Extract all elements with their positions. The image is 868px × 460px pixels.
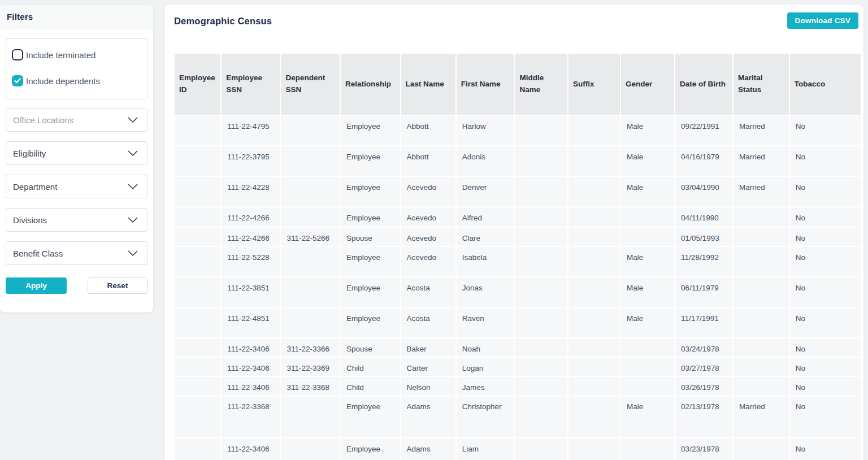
table-cell: Adonis [457,146,514,176]
table-cell [621,377,674,395]
table-cell: Employee [341,177,400,206]
table-cell: No [790,228,861,246]
reset-button[interactable]: Reset [88,277,147,294]
table-cell: 06/11/1979 [675,277,732,307]
table-cell [175,177,220,206]
table-cell [568,339,620,357]
table-cell: Isabela [457,247,514,276]
office-locations-dropdown[interactable]: Office Locations [6,108,147,132]
table-cell [734,277,789,307]
filters-heading: Filters [7,12,33,21]
table-cell: 111-22-3406 [222,377,280,395]
table-cell: 03/27/1978 [675,358,732,376]
table-cell [175,207,220,227]
table-cell: Nelson [401,377,455,395]
chevron-down-icon [128,117,138,123]
table-cell: 03/24/1978 [675,339,732,357]
table-row: 111-22-3368EmployeeAdamsChristopherMale0… [175,396,861,437]
table-cell [515,177,567,206]
table-cell [175,396,220,437]
table-cell: 04/16/1979 [675,146,732,176]
table-cell: No [790,247,861,276]
table-cell [568,439,620,460]
table-cell: Acevedo [401,207,455,227]
table-cell [515,277,567,307]
table-cell: No [790,146,861,176]
table-cell: Employee [341,308,400,337]
table-cell [515,339,567,357]
table-cell: Child [341,377,400,395]
table-cell [568,396,620,437]
table-row: 111-22-4266EmployeeAcevedoAlfred04/11/19… [175,207,861,227]
table-cell [621,207,674,227]
table-cell: Employee [341,146,400,176]
department-dropdown[interactable]: Department [6,175,147,198]
table-cell: Adams [401,396,455,437]
table-cell [175,358,220,376]
table-cell: 01/05/1993 [675,228,732,246]
table-cell [568,377,620,395]
table-cell: No [790,177,861,206]
table-cell: Male [621,247,674,276]
table-cell: 311-22-3368 [281,377,339,395]
table-cell [515,308,567,337]
table-cell [568,207,620,227]
apply-button[interactable]: Apply [6,277,67,294]
table-cell: Logan [457,358,514,376]
table-cell: Employee [341,396,400,437]
table-cell: 111-22-3406 [222,439,280,460]
table-cell: 111-22-4266 [222,207,280,227]
table-cell: 111-22-4851 [222,308,280,337]
include-dependents-checkbox[interactable]: Include dependents [12,75,141,86]
chevron-down-icon [128,217,138,223]
table-cell [568,277,620,307]
table-cell [515,396,567,437]
table-cell [568,228,620,246]
page-title: Demographic Census [174,16,858,27]
filters-body: Include terminated Include dependents Of… [0,29,153,294]
eligibility-dropdown[interactable]: Eligibility [6,141,147,165]
table-cell: Employee [341,277,400,307]
table-cell [568,247,620,276]
department-label: Department [13,182,57,192]
table-header-cell: Relationship [341,54,400,115]
download-csv-button[interactable]: Download CSV [787,12,858,29]
table-cell [734,358,789,376]
table-cell: Married [734,396,789,437]
table-cell [515,146,567,176]
eligibility-label: Eligibility [13,149,46,158]
checkmark-icon [14,78,21,84]
table-cell [568,177,620,206]
divisions-dropdown[interactable]: Divisions [6,208,147,232]
table-cell [175,247,220,276]
office-locations-label: Office Locations [13,115,73,125]
table-cell [515,116,567,145]
benefit-class-dropdown[interactable]: Benefit Class [6,241,147,265]
table-cell: Adams [401,439,455,460]
table-cell: Denver [457,177,514,206]
table-header-cell: Suffix [568,54,620,115]
filters-panel: Filters Include terminated Include depen… [0,5,153,313]
census-table-scroll-area[interactable]: Employee IDEmployee SSNDependent SSNRela… [173,53,862,460]
chevron-down-icon [128,250,138,257]
table-header-row: Employee IDEmployee SSNDependent SSNRela… [175,54,861,115]
table-cell: 111-22-4228 [222,177,280,206]
table-cell [734,228,789,246]
table-cell: 111-22-3851 [222,277,280,307]
table-cell: Employee [341,439,400,460]
table-cell [175,377,220,395]
table-cell [175,439,220,460]
table-cell: 311-22-3366 [281,339,339,357]
table-cell: 111-22-3795 [222,146,280,176]
table-cell: No [790,396,861,437]
include-terminated-checkbox[interactable]: Include terminated [12,49,141,60]
checkbox-unchecked-icon[interactable] [12,49,23,60]
table-cell: Acosta [401,308,455,337]
table-header-cell: Date of Birth [675,54,732,115]
table-cell: Spouse [341,339,400,357]
table-cell: Acevedo [401,228,455,246]
table-cell: 09/22/1991 [675,116,732,145]
chevron-down-icon [128,150,138,157]
table-cell: Abbott [401,116,455,145]
checkbox-checked-icon[interactable] [12,75,23,86]
